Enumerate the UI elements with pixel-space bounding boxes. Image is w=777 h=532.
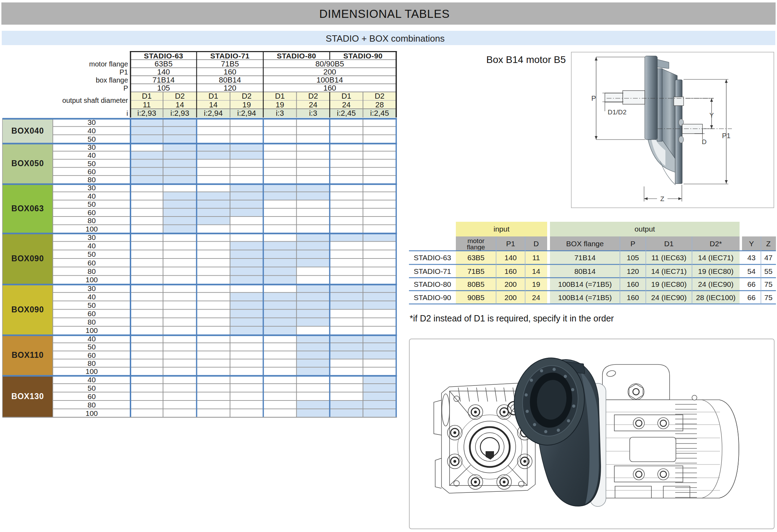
svg-text:D: D [534, 240, 539, 248]
svg-text:47: 47 [764, 254, 772, 262]
svg-text:14: 14 [176, 100, 184, 109]
svg-text:P1: P1 [722, 132, 730, 140]
svg-text:BOX090: BOX090 [11, 305, 44, 314]
svg-text:71B14: 71B14 [574, 254, 596, 262]
svg-text:63B5: 63B5 [467, 254, 485, 262]
svg-text:80B5: 80B5 [467, 280, 485, 288]
svg-text:Y: Y [749, 240, 754, 248]
svg-text:D2*: D2* [709, 240, 722, 248]
svg-text:D1: D1 [341, 92, 351, 100]
svg-text:i:2,45: i:2,45 [370, 109, 389, 118]
svg-text:90B5: 90B5 [467, 293, 485, 302]
svg-text:120: 120 [224, 84, 236, 92]
svg-text:P: P [123, 84, 128, 92]
svg-text:40: 40 [87, 242, 96, 250]
svg-text:BOX flange: BOX flange [566, 240, 603, 248]
svg-text:43: 43 [747, 254, 755, 262]
svg-text:flange: flange [467, 243, 485, 251]
svg-text:40: 40 [87, 151, 96, 159]
svg-text:160: 160 [224, 68, 236, 76]
svg-text:Z: Z [766, 240, 771, 248]
svg-text:80: 80 [87, 318, 96, 326]
svg-text:11: 11 [143, 100, 151, 109]
svg-text:160: 160 [627, 280, 639, 288]
svg-text:Z: Z [660, 195, 664, 203]
svg-text:60: 60 [87, 208, 96, 217]
svg-text:200: 200 [323, 68, 336, 76]
svg-text:D1: D1 [275, 92, 285, 100]
svg-text:STADIO-80: STADIO-80 [277, 52, 316, 60]
svg-text:140: 140 [504, 254, 517, 262]
svg-text:80: 80 [87, 217, 96, 225]
svg-text:100B14 (=71B5): 100B14 (=71B5) [558, 280, 612, 288]
svg-text:STADIO-71: STADIO-71 [414, 267, 451, 275]
svg-text:50: 50 [87, 301, 96, 309]
svg-text:75: 75 [764, 293, 772, 302]
svg-text:BOX130: BOX130 [11, 392, 44, 401]
svg-text:200: 200 [504, 293, 517, 302]
svg-text:24: 24 [532, 293, 541, 302]
svg-text:STADIO-63: STADIO-63 [414, 254, 451, 262]
svg-text:i: i [127, 109, 128, 117]
svg-text:19: 19 [276, 100, 284, 109]
svg-text:24 (IEC90): 24 (IEC90) [651, 293, 687, 302]
svg-text:box flange: box flange [96, 76, 128, 84]
svg-text:19: 19 [242, 100, 251, 109]
svg-text:BOX063: BOX063 [11, 204, 44, 213]
svg-text:100B14 (=71B5): 100B14 (=71B5) [558, 293, 612, 302]
svg-text:66: 66 [747, 280, 755, 288]
svg-text:D1: D1 [209, 92, 218, 100]
svg-text:80: 80 [87, 176, 96, 184]
svg-text:28: 28 [375, 100, 384, 109]
svg-text:24: 24 [342, 100, 351, 109]
svg-text:STADIO-90: STADIO-90 [343, 52, 383, 60]
svg-text:i:2,94: i:2,94 [204, 109, 223, 118]
svg-text:14: 14 [532, 267, 541, 275]
svg-text:100: 100 [85, 276, 98, 284]
svg-text:100: 100 [85, 225, 98, 233]
svg-text:BOX110: BOX110 [12, 350, 44, 360]
svg-text:60: 60 [87, 351, 96, 359]
svg-text:71B5: 71B5 [221, 59, 239, 68]
svg-text:30: 30 [87, 284, 96, 292]
svg-text:100B14: 100B14 [317, 76, 343, 84]
svg-text:Y: Y [709, 112, 714, 119]
svg-text:50: 50 [87, 343, 96, 351]
svg-text:*if D2 instead of D1 is requir: *if D2 instead of D1 is required, specif… [410, 313, 614, 323]
svg-text:19: 19 [532, 280, 540, 288]
svg-text:output shaft diameter: output shaft diameter [62, 97, 128, 104]
svg-text:BOX090: BOX090 [11, 254, 44, 263]
svg-text:60: 60 [87, 259, 96, 267]
svg-text:200: 200 [504, 280, 517, 288]
svg-text:55: 55 [764, 267, 772, 275]
svg-text:14: 14 [209, 100, 218, 109]
svg-text:14 (IEC71): 14 (IEC71) [651, 267, 687, 275]
svg-text:output: output [635, 225, 655, 233]
svg-text:80B14: 80B14 [219, 76, 241, 84]
svg-text:BOX040: BOX040 [11, 126, 44, 135]
svg-text:80: 80 [87, 401, 96, 409]
svg-text:50: 50 [87, 159, 96, 168]
svg-text:100: 100 [85, 367, 98, 375]
svg-text:D2: D2 [375, 92, 384, 100]
svg-text:D2: D2 [242, 92, 252, 100]
svg-text:60: 60 [87, 168, 96, 176]
svg-text:40: 40 [87, 192, 96, 200]
svg-text:30: 30 [87, 233, 96, 241]
svg-text:40: 40 [87, 127, 96, 135]
svg-text:40: 40 [87, 293, 96, 301]
svg-text:105: 105 [627, 254, 639, 262]
svg-text:120: 120 [627, 267, 639, 275]
svg-text:P1: P1 [120, 68, 128, 76]
svg-text:54: 54 [747, 267, 756, 275]
svg-text:71B5: 71B5 [467, 267, 485, 275]
svg-text:11 (IEC63): 11 (IEC63) [651, 254, 686, 262]
svg-text:input: input [494, 225, 510, 233]
svg-text:i:2,45: i:2,45 [337, 109, 356, 118]
svg-text:P1: P1 [506, 240, 515, 248]
svg-text:40: 40 [87, 376, 96, 384]
svg-text:100: 100 [85, 409, 98, 417]
svg-text:50: 50 [87, 200, 96, 208]
svg-text:i:3: i:3 [309, 109, 317, 118]
svg-text:i:3: i:3 [276, 109, 284, 118]
